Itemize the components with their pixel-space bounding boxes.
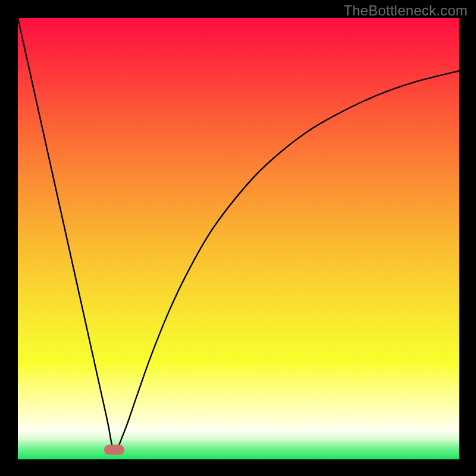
- plot-area: [18, 18, 459, 459]
- plot-svg: [18, 18, 459, 459]
- chart-frame: TheBottleneck.com: [0, 0, 476, 476]
- gradient-background: [18, 18, 459, 459]
- minimum-marker: [104, 444, 124, 455]
- watermark-text: TheBottleneck.com: [343, 2, 468, 19]
